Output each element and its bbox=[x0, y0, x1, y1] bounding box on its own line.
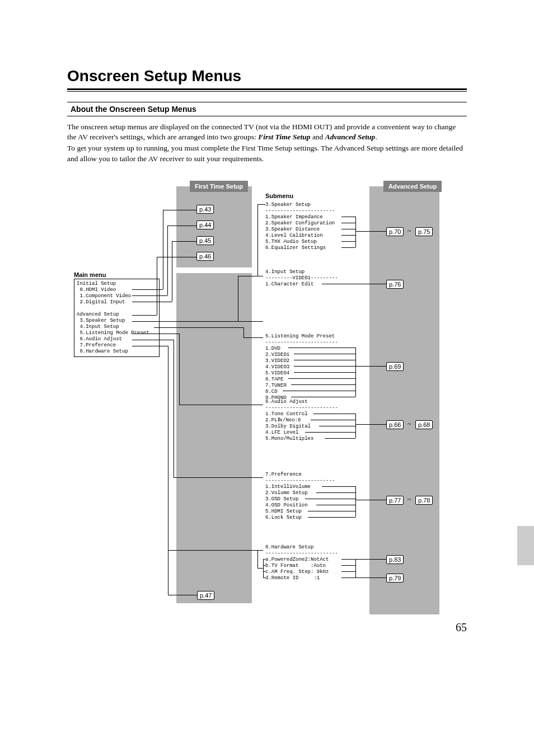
pref-p44: p.44 bbox=[196, 220, 214, 229]
section-heading: About the Onscreen Setup Menus bbox=[67, 102, 467, 116]
line bbox=[313, 414, 355, 414]
pref-p77: p.77 bbox=[386, 496, 404, 505]
line bbox=[355, 424, 386, 425]
line bbox=[283, 391, 355, 391]
line bbox=[319, 426, 355, 426]
para1-e: . bbox=[375, 133, 377, 141]
line bbox=[341, 247, 355, 248]
line bbox=[322, 284, 386, 284]
line bbox=[355, 559, 386, 560]
line bbox=[288, 378, 355, 379]
line bbox=[294, 372, 355, 373]
line bbox=[132, 289, 163, 290]
pref-p45: p.45 bbox=[196, 236, 214, 245]
title-rule bbox=[67, 88, 467, 92]
advanced-header: Advanced Setup bbox=[383, 181, 442, 192]
line bbox=[168, 595, 197, 595]
pref-p76: p.76 bbox=[386, 280, 404, 289]
line bbox=[305, 432, 355, 433]
tilde-3: ~ bbox=[407, 496, 411, 504]
pref-p70: p.70 bbox=[386, 227, 404, 236]
line bbox=[341, 223, 355, 223]
line bbox=[154, 327, 243, 328]
pref-p78: p.78 bbox=[415, 496, 433, 505]
line bbox=[341, 559, 355, 560]
para1-d: Advanced Setup bbox=[325, 133, 376, 141]
line bbox=[168, 550, 263, 551]
line bbox=[341, 565, 355, 566]
gray-band-advanced bbox=[369, 186, 439, 614]
pref-p68: p.68 bbox=[415, 420, 433, 429]
line bbox=[311, 420, 355, 420]
line bbox=[238, 276, 238, 321]
line bbox=[132, 340, 174, 340]
line bbox=[179, 405, 263, 405]
line bbox=[263, 565, 265, 566]
line bbox=[263, 559, 264, 577]
gray-band-first-time bbox=[176, 186, 252, 267]
para1-b: First Time Setup bbox=[258, 133, 310, 141]
line bbox=[132, 321, 263, 322]
first-time-header: First Time Setup bbox=[190, 181, 248, 192]
line bbox=[257, 204, 258, 276]
sub-input: 4.Input Setup ---------VIDEO1--------- 1… bbox=[265, 269, 338, 288]
line bbox=[341, 241, 355, 242]
para1-c: and bbox=[311, 133, 325, 141]
line bbox=[355, 486, 356, 517]
pref-p46: p.46 bbox=[196, 252, 214, 261]
line bbox=[341, 229, 355, 229]
pref-p75: p.75 bbox=[415, 227, 433, 236]
line bbox=[355, 559, 356, 577]
line bbox=[291, 397, 355, 397]
line bbox=[172, 241, 196, 242]
line bbox=[174, 477, 263, 478]
tilde-1: ~ bbox=[407, 227, 411, 236]
line bbox=[167, 226, 196, 226]
pref-p79: p.79 bbox=[386, 574, 404, 583]
line bbox=[355, 577, 386, 578]
line bbox=[157, 257, 196, 257]
line bbox=[257, 204, 265, 205]
line bbox=[305, 499, 355, 499]
line bbox=[308, 517, 355, 518]
line bbox=[355, 500, 386, 500]
line bbox=[163, 210, 196, 210]
main-menu-label: Main menu bbox=[74, 271, 106, 278]
line bbox=[238, 276, 263, 276]
line bbox=[294, 366, 355, 367]
line bbox=[308, 511, 355, 511]
line bbox=[294, 360, 355, 360]
line bbox=[157, 257, 157, 315]
side-tab bbox=[517, 526, 534, 565]
line bbox=[243, 327, 244, 337]
main-menu-box: Initial Setup 0.HDMI Video 1.Component V… bbox=[74, 279, 160, 357]
sub-audio: 6.Audio Adjust ------------------------ … bbox=[265, 399, 338, 442]
pref-p69: p.69 bbox=[386, 362, 404, 371]
line bbox=[179, 334, 180, 405]
line bbox=[325, 438, 355, 439]
line bbox=[174, 340, 174, 477]
sub-speaker: 3.Speaker Setup ----------------------- … bbox=[265, 202, 335, 251]
line bbox=[291, 384, 355, 385]
line bbox=[168, 346, 168, 595]
line bbox=[132, 346, 168, 346]
sub-hardware: 8.Hardware Setup -----------------------… bbox=[265, 544, 338, 581]
line bbox=[316, 492, 355, 493]
line bbox=[132, 315, 157, 316]
gray-band-middle bbox=[176, 273, 252, 603]
line bbox=[341, 577, 355, 578]
line bbox=[163, 210, 163, 289]
line bbox=[263, 559, 265, 560]
page-number: 65 bbox=[456, 621, 467, 634]
line bbox=[341, 217, 355, 217]
sub-preference: 7.Preference ----------------------- 1.I… bbox=[265, 472, 335, 521]
paragraph-2: To get your system up to running, you mu… bbox=[67, 143, 467, 163]
line bbox=[263, 571, 265, 572]
line bbox=[316, 505, 355, 505]
line bbox=[132, 302, 172, 302]
menu-diagram: First Time Setup Advanced Setup Main men… bbox=[67, 175, 467, 634]
line bbox=[167, 226, 168, 295]
pref-p66: p.66 bbox=[386, 420, 404, 429]
line bbox=[322, 486, 355, 487]
pref-p47: p.47 bbox=[197, 591, 214, 600]
